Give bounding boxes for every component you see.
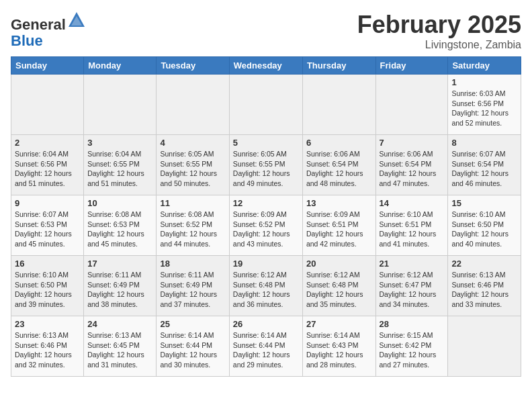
col-thursday: Thursday [302, 57, 375, 75]
calendar-cell: 20Sunrise: 6:12 AM Sunset: 6:48 PM Dayli… [302, 256, 375, 316]
logo-blue: Blue [11, 32, 43, 49]
calendar-cell: 26Sunrise: 6:14 AM Sunset: 6:44 PM Dayli… [229, 316, 302, 377]
calendar-week-3: 9Sunrise: 6:07 AM Sunset: 6:53 PM Daylig… [11, 195, 521, 256]
day-info: Sunrise: 6:07 AM Sunset: 6:53 PM Dayligh… [15, 210, 80, 249]
calendar-cell: 4Sunrise: 6:05 AM Sunset: 6:55 PM Daylig… [157, 135, 229, 195]
calendar-week-1: 1Sunrise: 6:03 AM Sunset: 6:56 PM Daylig… [11, 75, 521, 135]
col-saturday: Saturday [448, 57, 521, 75]
calendar-cell: 22Sunrise: 6:13 AM Sunset: 6:46 PM Dayli… [448, 256, 521, 316]
day-number: 16 [15, 259, 80, 269]
calendar-table: Sunday Monday Tuesday Wednesday Thursday… [11, 56, 521, 377]
day-info: Sunrise: 6:06 AM Sunset: 6:54 PM Dayligh… [306, 149, 372, 189]
day-number: 24 [87, 319, 152, 329]
logo-blue-text: Blue [11, 33, 86, 49]
day-number: 11 [160, 198, 225, 208]
page-header: General Blue February 2025 Livingstone, … [11, 11, 521, 51]
day-number: 25 [160, 319, 225, 329]
day-info: Sunrise: 6:10 AM Sunset: 6:51 PM Dayligh… [380, 210, 445, 249]
day-number: 10 [87, 198, 152, 208]
day-info: Sunrise: 6:04 AM Sunset: 6:56 PM Dayligh… [15, 149, 80, 189]
day-number: 12 [233, 198, 299, 208]
day-number: 2 [15, 138, 80, 148]
calendar-cell: 10Sunrise: 6:08 AM Sunset: 6:53 PM Dayli… [84, 195, 157, 256]
calendar-cell: 12Sunrise: 6:09 AM Sunset: 6:52 PM Dayli… [229, 195, 302, 256]
day-info: Sunrise: 6:08 AM Sunset: 6:53 PM Dayligh… [87, 210, 152, 249]
calendar-cell: 1Sunrise: 6:03 AM Sunset: 6:56 PM Daylig… [448, 75, 521, 135]
day-info: Sunrise: 6:13 AM Sunset: 6:46 PM Dayligh… [451, 270, 517, 310]
calendar-cell: 17Sunrise: 6:11 AM Sunset: 6:49 PM Dayli… [84, 256, 157, 316]
day-info: Sunrise: 6:05 AM Sunset: 6:55 PM Dayligh… [160, 149, 225, 189]
day-info: Sunrise: 6:15 AM Sunset: 6:42 PM Dayligh… [380, 330, 445, 370]
day-info: Sunrise: 6:14 AM Sunset: 6:43 PM Dayligh… [306, 330, 372, 370]
col-monday: Monday [84, 57, 157, 75]
calendar-cell [448, 316, 521, 377]
day-info: Sunrise: 6:14 AM Sunset: 6:44 PM Dayligh… [233, 330, 299, 370]
day-info: Sunrise: 6:11 AM Sunset: 6:49 PM Dayligh… [87, 270, 152, 310]
day-number: 8 [451, 138, 517, 148]
col-tuesday: Tuesday [157, 57, 229, 75]
day-number: 6 [306, 138, 372, 148]
calendar-cell: 3Sunrise: 6:04 AM Sunset: 6:55 PM Daylig… [84, 135, 157, 195]
calendar-cell: 2Sunrise: 6:04 AM Sunset: 6:56 PM Daylig… [11, 135, 84, 195]
logo-icon [67, 11, 86, 30]
calendar-cell [157, 75, 229, 135]
day-info: Sunrise: 6:12 AM Sunset: 6:48 PM Dayligh… [233, 270, 299, 310]
col-sunday: Sunday [11, 57, 84, 75]
calendar-cell: 23Sunrise: 6:13 AM Sunset: 6:46 PM Dayli… [11, 316, 84, 377]
calendar-cell [302, 75, 375, 135]
day-number: 3 [87, 138, 152, 148]
day-number: 1 [451, 77, 517, 87]
calendar-cell: 6Sunrise: 6:06 AM Sunset: 6:54 PM Daylig… [302, 135, 375, 195]
day-number: 14 [380, 198, 445, 208]
day-info: Sunrise: 6:12 AM Sunset: 6:48 PM Dayligh… [306, 270, 372, 310]
day-info: Sunrise: 6:08 AM Sunset: 6:52 PM Dayligh… [160, 210, 225, 249]
calendar-cell: 7Sunrise: 6:06 AM Sunset: 6:54 PM Daylig… [375, 135, 448, 195]
logo-text: General [11, 11, 86, 33]
calendar-week-2: 2Sunrise: 6:04 AM Sunset: 6:56 PM Daylig… [11, 135, 521, 195]
day-info: Sunrise: 6:14 AM Sunset: 6:44 PM Dayligh… [160, 330, 225, 370]
day-number: 13 [306, 198, 372, 208]
col-wednesday: Wednesday [229, 57, 302, 75]
day-info: Sunrise: 6:10 AM Sunset: 6:50 PM Dayligh… [15, 270, 80, 310]
calendar-cell: 8Sunrise: 6:07 AM Sunset: 6:54 PM Daylig… [448, 135, 521, 195]
calendar-cell: 13Sunrise: 6:09 AM Sunset: 6:51 PM Dayli… [302, 195, 375, 256]
day-info: Sunrise: 6:13 AM Sunset: 6:46 PM Dayligh… [15, 330, 80, 370]
calendar-cell [229, 75, 302, 135]
day-info: Sunrise: 6:07 AM Sunset: 6:54 PM Dayligh… [451, 149, 517, 189]
day-info: Sunrise: 6:03 AM Sunset: 6:56 PM Dayligh… [451, 89, 517, 128]
calendar-cell: 27Sunrise: 6:14 AM Sunset: 6:43 PM Dayli… [302, 316, 375, 377]
day-number: 18 [160, 259, 225, 269]
day-info: Sunrise: 6:13 AM Sunset: 6:45 PM Dayligh… [87, 330, 152, 370]
calendar-cell: 5Sunrise: 6:05 AM Sunset: 6:55 PM Daylig… [229, 135, 302, 195]
month-title: February 2025 [357, 11, 521, 39]
day-info: Sunrise: 6:06 AM Sunset: 6:54 PM Dayligh… [380, 149, 445, 189]
calendar-week-4: 16Sunrise: 6:10 AM Sunset: 6:50 PM Dayli… [11, 256, 521, 316]
calendar-cell [84, 75, 157, 135]
day-number: 27 [306, 319, 372, 329]
day-number: 28 [380, 319, 445, 329]
title-block: February 2025 Livingstone, Zambia [357, 11, 521, 51]
calendar-cell: 15Sunrise: 6:10 AM Sunset: 6:50 PM Dayli… [448, 195, 521, 256]
location: Livingstone, Zambia [357, 39, 521, 51]
day-number: 20 [306, 259, 372, 269]
calendar-cell: 14Sunrise: 6:10 AM Sunset: 6:51 PM Dayli… [375, 195, 448, 256]
logo-general: General [11, 16, 66, 33]
logo: General Blue [11, 11, 86, 49]
day-number: 23 [15, 319, 80, 329]
calendar-cell: 24Sunrise: 6:13 AM Sunset: 6:45 PM Dayli… [84, 316, 157, 377]
calendar-cell: 16Sunrise: 6:10 AM Sunset: 6:50 PM Dayli… [11, 256, 84, 316]
day-number: 26 [233, 319, 299, 329]
day-number: 15 [451, 198, 517, 208]
day-info: Sunrise: 6:05 AM Sunset: 6:55 PM Dayligh… [233, 149, 299, 189]
calendar-cell: 21Sunrise: 6:12 AM Sunset: 6:47 PM Dayli… [375, 256, 448, 316]
calendar-cell: 25Sunrise: 6:14 AM Sunset: 6:44 PM Dayli… [157, 316, 229, 377]
day-number: 19 [233, 259, 299, 269]
day-info: Sunrise: 6:10 AM Sunset: 6:50 PM Dayligh… [451, 210, 517, 249]
day-number: 22 [451, 259, 517, 269]
day-info: Sunrise: 6:12 AM Sunset: 6:47 PM Dayligh… [380, 270, 445, 310]
calendar-week-5: 23Sunrise: 6:13 AM Sunset: 6:46 PM Dayli… [11, 316, 521, 377]
day-number: 5 [233, 138, 299, 148]
day-info: Sunrise: 6:09 AM Sunset: 6:51 PM Dayligh… [306, 210, 372, 249]
day-number: 17 [87, 259, 152, 269]
calendar-cell: 11Sunrise: 6:08 AM Sunset: 6:52 PM Dayli… [157, 195, 229, 256]
